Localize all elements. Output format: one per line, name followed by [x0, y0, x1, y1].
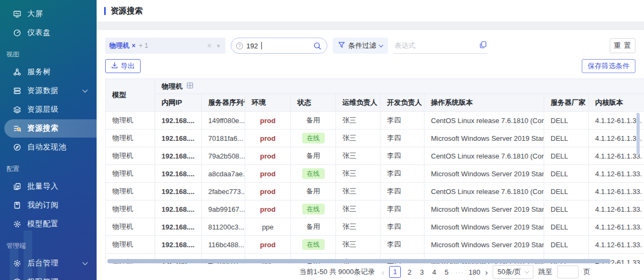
cell-model: 物理机	[106, 218, 155, 236]
sidebar-item-service-tree[interactable]: 服务树	[0, 63, 97, 81]
page-button-4[interactable]: 4	[430, 268, 438, 276]
page-button-3[interactable]: 3	[418, 268, 426, 276]
sidebar: 大屏仪表盘视图服务树资源数据资源层级资源搜索自动发现池配置批量导入我的订阅模型配…	[0, 0, 97, 280]
select-caret-icon[interactable]: ▼	[216, 43, 221, 49]
search-input[interactable]: ? 192	[231, 38, 327, 54]
table-row[interactable]: 物理机192.168....116bc488...prod在线张三李四Micro…	[106, 236, 644, 254]
copy-icon[interactable]	[479, 41, 487, 50]
cell-ops-owner: 张三	[336, 200, 380, 218]
cell-status: 在线	[291, 165, 336, 183]
status-online-badge: 在线	[302, 204, 325, 214]
cell-env: prod	[245, 130, 291, 147]
jump-page-input[interactable]	[557, 265, 579, 278]
cell-dev-owner: 李四	[380, 236, 425, 254]
sidebar-item-label: 资源层级	[27, 105, 97, 114]
reset-button[interactable]: 重 置	[610, 38, 635, 53]
page-size-select[interactable]: 50条/页	[493, 265, 533, 279]
cell-vendor: DELL	[544, 165, 589, 183]
sidebar-item-dashboard[interactable]: 仪表盘	[0, 24, 97, 42]
sidebar-item-resource-data[interactable]: 资源数据	[0, 82, 97, 100]
condition-filter-button[interactable]: 条件过滤	[333, 38, 388, 54]
env-prod-text: prod	[260, 170, 276, 178]
cell-model: 物理机	[106, 200, 155, 218]
sidebar-item-resource-hierarchy[interactable]: 资源层级	[0, 100, 97, 119]
cell-env: prod	[245, 236, 291, 254]
cell-env: prod	[245, 147, 291, 165]
table-row[interactable]: 物理机192.168....149ff080e...prod备用张三李四Cent…	[106, 112, 644, 130]
sidebar-item-label: 后台管理	[27, 259, 77, 268]
column-settings-icon[interactable]	[187, 82, 193, 90]
pagination-ellipsis[interactable]: ···	[455, 268, 464, 276]
save-filter-button[interactable]: 保存筛选条件	[582, 59, 635, 73]
cell-env: prod	[245, 112, 291, 130]
page-button-2[interactable]: 2	[406, 268, 413, 276]
sidebar-item-backend-admin[interactable]: 后台管理	[0, 254, 97, 272]
cell-serial: a8cdaa7ae...	[202, 165, 245, 183]
bookmark-icon	[13, 201, 21, 210]
chevron-down-icon	[525, 269, 529, 273]
cell-serial: 149ff080e...	[202, 112, 245, 130]
cell-model: 物理机	[106, 112, 155, 130]
status-online-badge: 在线	[302, 168, 325, 179]
status-online-badge: 在线	[302, 133, 325, 143]
cell-vendor: DELL	[544, 183, 589, 200]
vertical-scrollbar-thumb[interactable]	[636, 113, 640, 155]
table-row[interactable]: 物理机192.168....811200c3...ppe备用张三李四Micros…	[106, 218, 644, 236]
table-row[interactable]: 物理机192.168....70181fa6...prod在线张三李四Micro…	[106, 130, 644, 147]
export-button-label: 导出	[121, 61, 135, 71]
page-button-180[interactable]: 180	[469, 268, 480, 276]
chevron-down-icon	[83, 88, 88, 93]
export-button[interactable]: 导出	[105, 59, 141, 73]
cell-ip: 192.168....	[155, 165, 202, 183]
page-header: 资源搜索	[97, 0, 644, 21]
sidebar-item-my-subscriptions[interactable]: 我的订阅	[0, 196, 97, 214]
group-header: 物理机	[155, 79, 644, 94]
clear-select-icon[interactable]: ×	[207, 41, 211, 50]
cell-os-version: CentOS Linux release 7.6.1810 (Core)	[425, 112, 544, 130]
cell-ip: 192.168....	[155, 218, 202, 236]
remove-tag-icon[interactable]: ×	[132, 42, 136, 49]
sidebar-section-label: 视图	[0, 42, 97, 62]
resource-table: 模型 物理机 内网IP服务器序列号环境状态运维负责人开发负责人操作系	[105, 78, 644, 264]
cell-vendor: DELL	[544, 112, 589, 130]
table-row[interactable]: 物理机192.168....9ab99167...prod在线张三李四Micro…	[106, 200, 644, 218]
table-row[interactable]: 物理机192.168....79a2b508...prod备用张三李四CentO…	[106, 147, 644, 165]
page-title: 资源搜索	[111, 6, 143, 16]
cell-status: 备用	[291, 183, 336, 200]
search-icon[interactable]	[313, 42, 321, 50]
page-button-1[interactable]: 1	[389, 266, 401, 278]
page-button-5[interactable]: 5	[443, 268, 450, 276]
cell-model: 物理机	[106, 165, 155, 183]
next-page-button[interactable]: ›	[485, 268, 488, 277]
sidebar-item-label: 服务树	[27, 67, 97, 77]
cell-os-version: Microsoft Windows Server 2019 Stan...	[425, 165, 544, 183]
sidebar-item-label: 仪表盘	[27, 28, 97, 38]
help-circle-icon: ?	[236, 42, 243, 49]
copy-pages-icon	[13, 182, 21, 191]
sidebar-section-label: 管理端	[0, 234, 97, 254]
sidebar-item-big-screen[interactable]: 大屏	[0, 5, 97, 23]
sidebar-item-resource-search[interactable]: 资源搜索	[4, 119, 97, 138]
cell-env: prod	[245, 200, 291, 218]
column-header: 操作系统版本	[425, 94, 544, 112]
cell-serial: 2fabec773...	[202, 183, 245, 200]
model-select[interactable]: 物理机 × + 1 × ▼	[105, 38, 225, 54]
sidebar-item-label: 大屏	[27, 9, 97, 19]
horizontal-scrollbar-thumb[interactable]	[107, 259, 611, 263]
cell-kernel-version: 4.1.12-61.1.33.	[589, 183, 644, 200]
expression-input[interactable]: 表达式	[393, 38, 488, 54]
table-row[interactable]: 物理机192.168....2fabec773...prod备用张三李四Cent…	[106, 183, 644, 200]
cell-ops-owner: 张三	[336, 112, 380, 130]
table-row[interactable]: 物理机192.168....a8cdaa7ae...prod在线张三李四Micr…	[106, 165, 644, 183]
sidebar-item-model-config[interactable]: 模型配置	[0, 215, 97, 233]
prev-page-button[interactable]: ‹	[382, 268, 384, 277]
cell-dev-owner: 李四	[380, 112, 425, 130]
cell-status: 备用	[291, 147, 336, 165]
sidebar-item-batch-import[interactable]: 批量导入	[0, 177, 97, 196]
selected-model-tag-label: 物理机	[109, 41, 130, 51]
env-prod-text: prod	[260, 188, 276, 196]
sidebar-item-permission-admin[interactable]: 权限管理	[0, 273, 97, 280]
sidebar-item-auto-discovery-pool[interactable]: 自动发现池	[0, 138, 97, 156]
cell-ip: 192.168....	[155, 183, 202, 200]
env-prod-text: prod	[260, 241, 276, 249]
